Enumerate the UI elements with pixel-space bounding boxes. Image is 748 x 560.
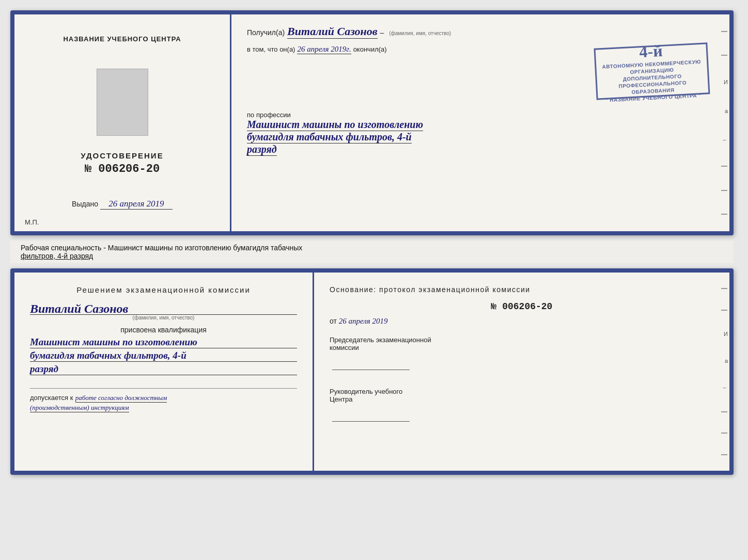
qual-line2: бумагидля табачных фильтров, 4-й <box>30 350 297 362</box>
issued-line: Выдано 26 апреля 2019 <box>25 199 220 210</box>
info-bar-underline: фильтров, 4-й разряд <box>21 252 93 260</box>
chairman-label: Председатель экзаменационной комиссии <box>330 336 714 351</box>
top-left-title: НАЗВАНИЕ УЧЕБНОГО ЦЕНТРА <box>63 35 181 43</box>
bsm-i: И <box>719 331 729 337</box>
completed-label: окончил(а) <box>353 45 387 53</box>
допуск-section: допускается к работе согласно должностны… <box>30 388 297 412</box>
recipient-name: Виталий Сазонов <box>287 25 377 39</box>
bottom-left: Решением экзаменационной комиссии Витали… <box>14 273 314 471</box>
osnov-title: Основание: протокол экзаменационной коми… <box>330 285 714 294</box>
mp-label: М.П. <box>25 218 39 226</box>
chairman-section: Председатель экзаменационной комиссии <box>330 336 714 372</box>
bottom-document: Решением экзаменационной комиссии Витали… <box>10 268 734 475</box>
top-document: НАЗВАНИЕ УЧЕБНОГО ЦЕНТРА УДОСТОВЕРЕНИЕ №… <box>10 10 734 235</box>
profession-line2: бумагидля табачных фильтров, 4-й <box>247 131 412 143</box>
protocol-number: № 006206-20 <box>330 301 714 312</box>
bsm-arrow: ← <box>719 385 729 391</box>
side-dash-2 <box>721 55 727 56</box>
qual-block: Машинист машины по изготовлению бумагидл… <box>30 337 297 375</box>
recipient-dash: – <box>380 28 384 37</box>
date-from: от 26 апреля 2019 <box>330 317 714 326</box>
допуск-italic-1: работе согласно должностным <box>75 394 167 403</box>
bsm-1 <box>721 288 727 289</box>
assigned-label: присвоена квалификация <box>30 326 297 334</box>
recipient-prefix: Получил(а) <box>247 28 285 37</box>
side-dash-1 <box>721 31 727 32</box>
completion-date: 26 апреля 2019г. <box>297 45 351 54</box>
head-signature-line <box>332 421 410 422</box>
qual-line1: Машинист машины по изготовлению <box>30 337 297 348</box>
profession-line3: разряд <box>247 143 277 156</box>
recipient-sub: (фамилия, имя, отчество) <box>389 30 451 36</box>
issued-date: 26 апреля 2019 <box>100 199 173 210</box>
in-that-prefix: в том, что он(а) <box>247 45 295 53</box>
person-name: Виталий Сазонов <box>30 302 128 315</box>
page-wrapper: НАЗВАНИЕ УЧЕБНОГО ЦЕНТРА УДОСТОВЕРЕНИЕ №… <box>10 10 738 475</box>
profession-section: по профессии Машинист машины по изготовл… <box>247 111 714 156</box>
info-bar-text: Рабочая специальность - Машинист машины … <box>21 244 302 252</box>
side-marks: И а ← <box>719 14 729 231</box>
name-sub: (фамилия, имя, отчество) <box>30 315 297 321</box>
date-from-value: 26 апреля 2019 <box>339 317 388 325</box>
profession-block: Машинист машины по изготовлению бумагидл… <box>247 119 714 156</box>
bsm-5 <box>721 454 727 455</box>
stamp-box: 4-й АВТОНОМНУЮ НЕКОММЕРЧЕСКУЮ ОРГАНИЗАЦИ… <box>594 42 710 100</box>
допуск-label: допускается к <box>30 394 73 402</box>
side-dash-3 <box>721 166 727 167</box>
recipient-line: Получил(а) Виталий Сазонов – (фамилия, и… <box>247 25 714 39</box>
name-block: Виталий Сазонов (фамилия, имя, отчество) <box>30 302 297 321</box>
cert-number: № 006206-20 <box>85 163 160 175</box>
side-letter-arrow: ← <box>719 137 729 143</box>
bottom-right: Основание: протокол экзаменационной коми… <box>314 273 729 471</box>
bsm-a: а <box>719 358 729 364</box>
side-letter-i: И <box>719 79 729 85</box>
commission-title: Решением экзаменационной комиссии <box>30 285 297 294</box>
bottom-side-marks: И а ← <box>719 273 729 471</box>
bsm-4 <box>721 433 727 434</box>
profession-line1: Машинист машины по изготовлению <box>247 119 423 131</box>
cert-label: УДОСТОВЕРЕНИЕ <box>81 151 163 160</box>
date-from-label: от <box>330 317 337 325</box>
photo-placeholder <box>97 69 148 136</box>
side-dash-5 <box>721 214 727 215</box>
issued-label: Выдано <box>72 200 98 208</box>
chairman-signature-line <box>332 370 410 370</box>
bsm-2 <box>721 310 727 311</box>
qual-line3: разряд <box>30 363 297 375</box>
допуск-italic-2: (производственным) инструкциям <box>30 404 129 412</box>
info-bar: Рабочая специальность - Машинист машины … <box>10 241 734 263</box>
stamp-number: 4-й <box>638 41 663 61</box>
head-section: Руководитель учебного Центра <box>330 388 714 424</box>
bsm-3 <box>721 411 727 412</box>
profession-prefix: по профессии <box>247 111 291 119</box>
doc-left: НАЗВАНИЕ УЧЕБНОГО ЦЕНТРА УДОСТОВЕРЕНИЕ №… <box>14 14 231 231</box>
doc-right: Получил(а) Виталий Сазонов – (фамилия, и… <box>231 14 729 231</box>
side-letter-a: а <box>719 108 729 114</box>
side-dash-4 <box>721 190 727 191</box>
head-label: Руководитель учебного Центра <box>330 388 714 403</box>
